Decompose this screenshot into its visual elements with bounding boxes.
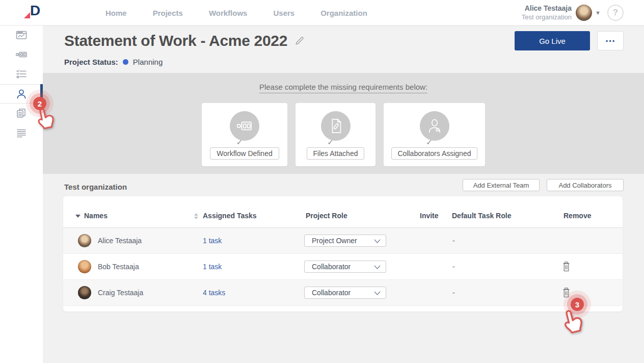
member-name: Alice Testaaja (98, 237, 142, 245)
chevron-down-icon[interactable]: ▼ (595, 10, 601, 16)
column-header-names[interactable]: Names (84, 212, 108, 220)
workflow-icon (16, 49, 27, 60)
app-logo[interactable]: D (23, 4, 48, 21)
add-external-team-button[interactable]: Add External Team (463, 179, 540, 191)
team-section-title: Test organization (64, 183, 127, 191)
sort-descending-icon[interactable] (75, 215, 81, 218)
documents-icon (16, 108, 27, 119)
chevron-down-icon (374, 265, 381, 270)
table-row: Craig Testaaja 4 tasks Collaborator - (63, 280, 623, 306)
column-header-project-role: Project Role (306, 212, 347, 220)
check-icon: ✓ (426, 138, 433, 146)
project-role-select[interactable]: Project Owner (304, 235, 386, 247)
user-organization: Test organization (522, 13, 572, 21)
nav-item-organization[interactable]: Organization (320, 9, 367, 17)
project-status: Project Status: Planning (64, 58, 163, 66)
tutorial-step-3-badge: 3 (571, 298, 584, 311)
user-info[interactable]: Alice Testaaja Test organization (522, 4, 572, 21)
top-nav: D Home Projects Workflows Users Organiza… (0, 0, 644, 25)
nav-item-home[interactable]: Home (105, 9, 127, 17)
help-button[interactable]: ? (607, 5, 624, 21)
activity-list-icon (16, 127, 27, 139)
nav-item-workflows[interactable]: Workflows (209, 9, 248, 17)
trash-icon (562, 287, 571, 298)
requirement-card-workflow[interactable]: ✓ Workflow Defined (202, 103, 287, 166)
workflow-icon (230, 111, 259, 141)
pencil-icon (294, 36, 304, 46)
project-role-select[interactable]: Collaborator (304, 261, 386, 273)
collaborator-person-icon (420, 111, 449, 141)
go-live-button[interactable]: Go Live (515, 31, 590, 50)
file-attachment-icon (321, 111, 351, 141)
requirement-card-collaborators[interactable]: ✓ Collaborators Assigned (384, 103, 485, 166)
column-header-assigned-tasks[interactable]: Assigned Tasks (203, 212, 257, 220)
app-root: D Home Projects Workflows Users Organiza… (0, 0, 644, 363)
user-name: Alice Testaaja (522, 4, 572, 13)
tutorial-step-2-badge: 2 (33, 97, 46, 110)
table-body: Alice Testaaja 1 task Project Owner - (63, 228, 623, 306)
assigned-tasks-link[interactable]: 1 task (203, 263, 222, 271)
column-header-default-task-role: Default Task Role (452, 212, 511, 220)
status-value: Planning (133, 58, 163, 66)
assigned-tasks-link[interactable]: 4 tasks (203, 289, 225, 297)
remove-member-button[interactable] (560, 287, 572, 299)
requirements-cards: ✓ Workflow Defined ✓ Files Attached ✓ Co… (202, 103, 485, 166)
edit-title-button[interactable] (294, 32, 304, 49)
check-icon: ✓ (327, 138, 334, 146)
requirement-label: Collaborators Assigned (391, 147, 478, 160)
default-task-role-value: - (452, 289, 455, 297)
member-name: Bob Testaaja (98, 263, 139, 271)
assigned-tasks-link[interactable]: 1 task (203, 237, 222, 245)
column-header-remove: Remove (564, 212, 591, 220)
check-icon: ✓ (236, 138, 243, 146)
dashboard-chart-icon (16, 30, 27, 41)
chevron-down-icon (374, 291, 381, 296)
status-dot-icon (123, 59, 128, 65)
requirement-label: Files Attached (307, 147, 365, 160)
main-nav: Home Projects Workflows Users Organizati… (105, 0, 367, 25)
table-row: Alice Testaaja 1 task Project Owner - (63, 228, 623, 254)
column-header-invite: Invite (420, 212, 439, 220)
project-role-select[interactable]: Collaborator (304, 287, 386, 299)
avatar (78, 286, 91, 299)
sidebar (0, 25, 43, 363)
nav-item-projects[interactable]: Projects (153, 9, 183, 17)
table-header: Names Assigned Tasks Project Role Invite… (63, 196, 623, 228)
collaborators-table: Names Assigned Tasks Project Role Invite… (63, 196, 623, 312)
ellipsis-icon: ... (598, 33, 623, 44)
more-actions-button[interactable]: ... (597, 31, 624, 50)
page-title: Statement of Work - Acme 2022 (64, 32, 304, 49)
default-task-role-value: - (452, 263, 455, 271)
avatar (78, 234, 91, 247)
logo-letter: D (30, 3, 40, 19)
trash-icon (562, 261, 571, 272)
user-avatar[interactable] (576, 5, 592, 21)
project-role-value: Collaborator (312, 263, 351, 271)
sidebar-item-tasks[interactable] (0, 64, 43, 84)
remove-member-button[interactable] (560, 261, 572, 273)
project-role-value: Collaborator (312, 289, 351, 297)
nav-item-users[interactable]: Users (273, 9, 294, 17)
requirements-section: Please complete the missing requirements… (43, 73, 644, 174)
project-role-value: Project Owner (312, 237, 357, 245)
team-members-icon (16, 88, 27, 99)
add-collaborators-button[interactable]: Add Collaborators (547, 179, 624, 191)
sidebar-item-workflows[interactable] (0, 45, 43, 64)
task-checklist-icon (16, 68, 27, 80)
avatar (78, 260, 91, 273)
sidebar-item-dashboard[interactable] (0, 25, 43, 45)
requirement-label: Workflow Defined (210, 147, 279, 160)
requirements-heading: Please complete the missing requirements… (43, 83, 644, 91)
logo-triangle-icon (24, 12, 30, 18)
table-row: Bob Testaaja 1 task Collaborator - (63, 254, 623, 280)
help-question-mark: ? (613, 8, 618, 17)
status-label: Project Status: (64, 58, 118, 66)
sort-toggle-icon[interactable] (194, 213, 198, 219)
requirement-card-files[interactable]: ✓ Files Attached (296, 103, 375, 166)
chevron-down-icon (374, 239, 381, 244)
page-header: Statement of Work - Acme 2022 Project St… (43, 25, 644, 73)
member-name: Craig Testaaja (98, 289, 143, 297)
default-task-role-value: - (452, 237, 455, 245)
